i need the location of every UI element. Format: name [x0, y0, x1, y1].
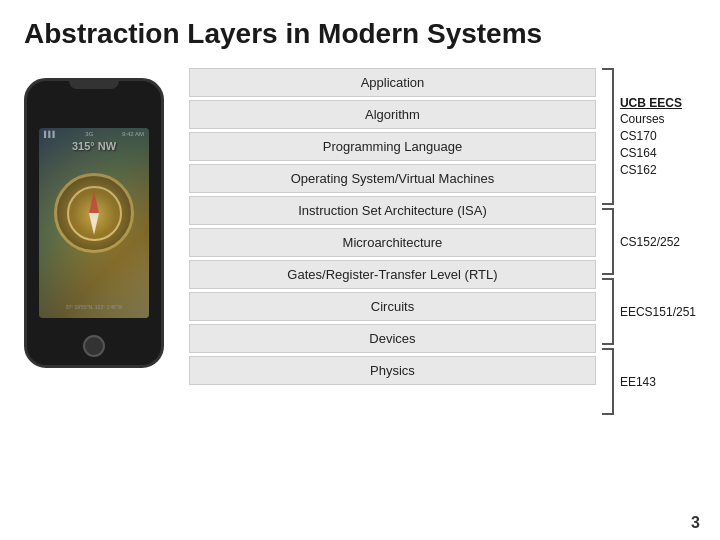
layer-microarchitecture: Microarchitecture	[189, 228, 596, 257]
annotation-eecs151: EECS151/251	[602, 278, 696, 345]
eecs151-label: EECS151/251	[620, 278, 696, 345]
layer-algorithm: Algorithm	[189, 100, 596, 129]
ucb-cs164: CS164	[620, 145, 682, 162]
layer-circuits: Circuits	[189, 292, 596, 321]
diagram-area: Application Algorithm Programming Langua…	[189, 68, 696, 415]
screen-overlay	[39, 128, 149, 318]
cs152-label: CS152/252	[620, 208, 680, 275]
layer-programming-language: Programming Language	[189, 132, 596, 161]
page-number: 3	[691, 514, 700, 532]
phone-home-button	[83, 335, 105, 357]
layer-os-vm: Operating System/Virtual Machines	[189, 164, 596, 193]
layer-devices: Devices	[189, 324, 596, 353]
phone-screen: ▌▌▌ 3G 9:42 AM 315° NW 37° 19'55"N, 122°…	[39, 128, 149, 318]
layer-gates-rtl: Gates/Register-Transfer Level (RTL)	[189, 260, 596, 289]
eecs151-text: EECS151/251	[620, 305, 696, 319]
ee143-label: EE143	[620, 348, 656, 415]
bracket-ee143	[602, 348, 614, 415]
ucb-cs170: CS170	[620, 128, 682, 145]
annotation-ee143: EE143	[602, 348, 696, 415]
annotation-cs152: CS152/252	[602, 208, 696, 275]
layers-list: Application Algorithm Programming Langua…	[189, 68, 596, 385]
layer-isa: Instruction Set Architecture (ISA)	[189, 196, 596, 225]
annotation-ucb-eecs: UCB EECS Courses CS170 CS164 CS162	[602, 68, 696, 205]
ucb-eecs-label: UCB EECS Courses CS170 CS164 CS162	[620, 68, 682, 205]
layer-physics: Physics	[189, 356, 596, 385]
bracket-eecs151	[602, 278, 614, 345]
page: Abstraction Layers in Modern Systems ▌▌▌…	[0, 0, 720, 540]
ee143-text: EE143	[620, 375, 656, 389]
ucb-eecs-heading: UCB EECS	[620, 95, 682, 112]
content-area: ▌▌▌ 3G 9:42 AM 315° NW 37° 19'55"N, 122°…	[24, 68, 696, 415]
phone-notch	[69, 81, 119, 89]
cs152-text: CS152/252	[620, 235, 680, 249]
bracket-cs152	[602, 208, 614, 275]
ucb-eecs-courses: Courses	[620, 111, 682, 128]
page-title: Abstraction Layers in Modern Systems	[24, 18, 696, 50]
annotations-column: UCB EECS Courses CS170 CS164 CS162 CS152…	[602, 68, 696, 415]
ucb-cs162: CS162	[620, 162, 682, 179]
layer-application: Application	[189, 68, 596, 97]
bracket-ucb-eecs	[602, 68, 614, 205]
phone-illustration: ▌▌▌ 3G 9:42 AM 315° NW 37° 19'55"N, 122°…	[24, 78, 164, 368]
phone-container: ▌▌▌ 3G 9:42 AM 315° NW 37° 19'55"N, 122°…	[24, 78, 179, 368]
